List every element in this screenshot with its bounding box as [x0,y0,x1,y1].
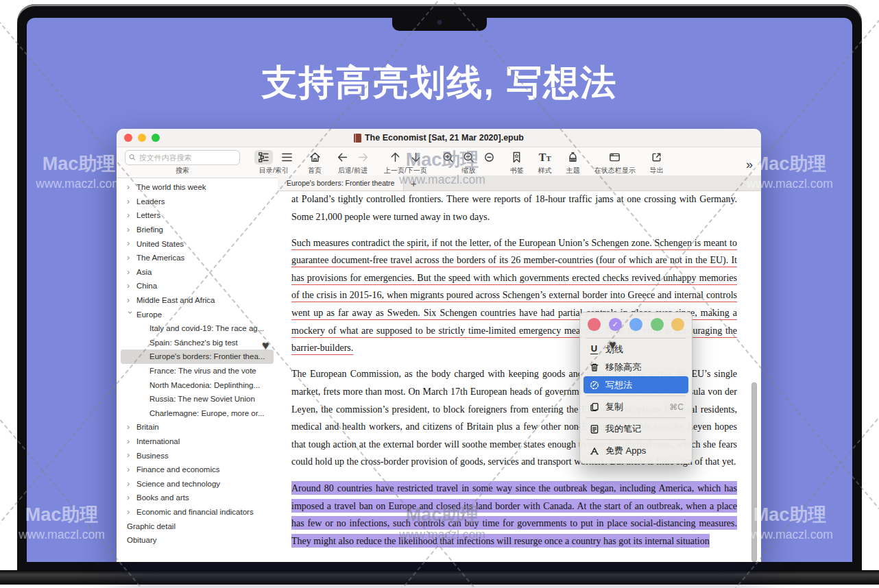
toc-list-icon[interactable] [280,151,293,164]
chevron-right-icon[interactable]: › [127,239,133,248]
close-button[interactable] [124,134,132,142]
sidebar-item[interactable]: North Macedonia: Deplinthing... [117,378,278,392]
highlight-color-row: ✓ [580,317,692,336]
sidebar-item-label: Business [136,452,169,460]
font-style-icon[interactable]: TT [539,152,551,163]
chevron-down-icon[interactable]: › [125,311,134,317]
sidebar-item-label: Britain [136,423,159,431]
chevron-right-icon[interactable]: › [127,465,133,474]
sidebar-item[interactable]: Graphic detail [117,519,278,533]
menu-item[interactable]: 免费 Apps [583,442,688,459]
copy-icon [588,402,600,413]
sidebar-item-label: Middle East and Africa [136,296,215,304]
scrollbar-thumb[interactable] [751,382,757,562]
sidebar-item[interactable]: Spain: Sánchez's big test [117,336,278,350]
toolbar-overflow-button[interactable]: » [746,157,753,171]
sidebar-item[interactable]: ›Science and technology [117,476,278,491]
zoom-in-icon[interactable] [442,151,455,164]
chevron-right-icon[interactable]: › [127,480,133,489]
zoom-window-button[interactable] [152,134,160,142]
underline-icon: U [588,344,600,354]
color-dot-green[interactable] [651,318,664,331]
search-icon [129,154,136,161]
menu-item-label: 移除高亮 [605,361,684,373]
toolbar-group-label: 后退/前进 [338,166,368,175]
chevron-right-icon[interactable]: › [127,254,133,262]
chevron-right-icon[interactable]: › [127,423,133,432]
chevron-right-icon[interactable]: › [127,451,133,460]
sidebar-item[interactable]: ›Middle East and Africa [117,293,278,308]
chevron-right-icon[interactable]: › [127,493,133,502]
sidebar-item-label: Obituary [127,536,156,544]
sidebar-item[interactable]: ›China [117,279,278,293]
tab-active[interactable]: Europe's borders: Frontier theatre [278,175,404,191]
color-dot-red[interactable] [588,318,601,331]
sidebar-item[interactable]: ›Letters [117,208,278,223]
chevron-right-icon[interactable]: › [127,183,133,192]
sidebar-item[interactable]: ›Europe [117,307,278,321]
back-icon[interactable] [336,151,349,164]
sidebar-item[interactable]: ›Books and arts [117,491,278,505]
sidebar-item[interactable]: ›Economic and financial indicators [117,505,278,519]
color-dot-purple-checked[interactable]: ✓ [609,318,622,331]
sidebar-item[interactable]: ›Asia [117,265,278,280]
forward-icon[interactable] [357,151,370,164]
sidebar-item[interactable]: ›United States [117,236,278,251]
sidebar-item[interactable]: France: The virus and the vote [117,364,278,378]
menu-divider [586,417,686,418]
sidebar-item[interactable]: Obituary [117,533,278,548]
toc-outline-icon[interactable] [254,150,273,164]
sidebar-item[interactable]: Europe's borders: Frontier thea... [121,350,274,364]
menu-item[interactable]: 写想法 [583,376,688,393]
toolbar-group: 缩放 [442,149,496,175]
sidebar-item[interactable]: ›Briefing [117,223,278,237]
reader-paragraph: Around 80 countries have restricted trav… [291,479,737,549]
menu-item[interactable]: 复制⌘C [583,398,688,415]
bookmark-icon[interactable] [510,151,523,164]
chevron-right-icon[interactable]: › [127,296,133,305]
chevron-right-icon[interactable]: › [127,211,133,220]
sidebar-item[interactable]: ›Business [117,448,278,463]
sidebar-item[interactable]: ›The world this week [117,180,278,195]
toolbar-group-label: 目录/索引 [259,166,289,175]
chevron-right-icon[interactable]: › [127,268,133,277]
new-tab-button[interactable]: + [404,175,423,191]
prev-page-icon[interactable] [389,151,402,164]
menu-item[interactable]: 我的笔记 [583,420,688,437]
menu-item-shortcut: ⌘C [669,402,684,412]
chevron-right-icon[interactable]: › [127,437,133,446]
sidebar-item-label: Letters [136,211,160,219]
export-icon[interactable] [650,151,663,164]
menu-item[interactable]: 移除高亮 [583,358,688,376]
sidebar-item[interactable]: Italy and covid-19: The race ag... [117,321,278,336]
sidebar-item-label: The Americas [136,254,184,262]
zoom-reset-icon[interactable] [483,151,496,164]
chevron-right-icon[interactable]: › [127,508,133,517]
statusbar-icon[interactable] [608,151,621,164]
toolbar-group: 主题 [566,149,580,175]
home-icon[interactable] [309,151,322,164]
menu-item[interactable]: U划线 [583,341,688,358]
search-input-box[interactable] [125,150,240,165]
next-page-icon[interactable] [409,151,422,164]
search-input[interactable] [138,153,236,162]
free-apps-icon [588,445,600,456]
color-dot-yellow[interactable] [671,318,684,331]
sidebar-item[interactable]: ›Leaders [117,195,278,209]
sidebar-item[interactable]: ›Britain [117,420,278,434]
sidebar-item-label: United States [136,240,184,248]
chevron-right-icon[interactable]: › [127,197,133,206]
theme-brush-icon[interactable] [566,151,579,164]
zoom-out-icon[interactable] [462,151,475,164]
sidebar-item[interactable]: ›International [117,434,278,449]
minimize-button[interactable] [138,134,146,142]
sidebar-item[interactable]: Charlemagne: Europe, more or... [117,406,278,421]
sidebar-item[interactable]: ›Finance and economics [117,463,278,477]
sidebar-item[interactable]: ›The Americas [117,251,278,265]
sidebar-item[interactable]: Russia: The new Soviet Union [117,392,278,406]
chevron-right-icon[interactable]: › [127,282,133,291]
chevron-right-icon[interactable]: › [127,225,133,234]
epub-book-icon [354,134,361,143]
color-dot-blue[interactable] [629,318,642,331]
menu-item-label: 划线 [605,343,684,356]
